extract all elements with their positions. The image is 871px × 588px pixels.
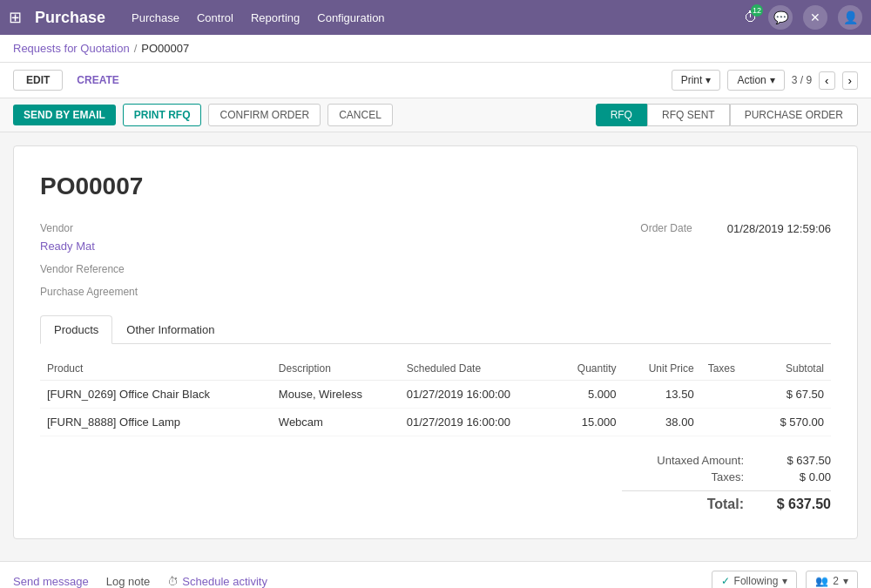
tab-rfq[interactable]: RFQ: [596, 104, 647, 126]
print-label: Print: [681, 74, 703, 86]
schedule-activity-link[interactable]: ⏱ Schedule activity: [167, 575, 267, 588]
cell-unit-price: 13.50: [624, 381, 701, 409]
col-description: Description: [272, 357, 400, 381]
tab-products[interactable]: Products: [40, 315, 112, 344]
cell-scheduled-date: 01/27/2019 16:00:00: [400, 381, 554, 409]
order-date-value: 01/28/2019 12:59:06: [727, 222, 831, 235]
nav-control[interactable]: Control: [197, 11, 233, 24]
order-date-field: Order Date 01/28/2019 12:59:06: [640, 222, 831, 298]
cell-quantity: 5.000: [554, 381, 624, 409]
send-by-email-button[interactable]: SEND BY EMAIL: [13, 105, 116, 125]
activity-icon[interactable]: ⏱ 12: [744, 10, 758, 25]
taxes-value: $ 0.00: [761, 470, 831, 483]
taxes-label: Taxes:: [622, 470, 744, 483]
pagination: 3 / 9 ‹ ›: [792, 71, 858, 90]
vendor-value[interactable]: Ready Mat: [40, 240, 138, 253]
vendor-label: Vendor: [40, 222, 138, 234]
clock-icon: ⏱: [167, 575, 179, 588]
product-tabs: Products Other Information: [40, 315, 831, 344]
breadcrumb-separator: /: [134, 42, 138, 55]
fields-row: Vendor Ready Mat Vendor Reference Purcha…: [40, 222, 831, 298]
col-scheduled-date: Scheduled Date: [400, 357, 554, 381]
col-unit-price: Unit Price: [624, 357, 701, 381]
cell-taxes: [701, 381, 755, 409]
col-quantity: Quantity: [554, 357, 624, 381]
chat-icon[interactable]: 💬: [768, 5, 793, 30]
cell-taxes: [701, 409, 755, 436]
following-button[interactable]: ✓ Following ▾: [712, 571, 798, 588]
vendor-reference-label: Vendor Reference: [40, 263, 138, 275]
user-avatar[interactable]: 👤: [838, 5, 862, 30]
prev-page-button[interactable]: ‹: [819, 71, 834, 90]
untaxed-label: Untaxed Amount:: [622, 454, 744, 467]
cell-description: Webcam: [272, 409, 400, 436]
confirm-order-button[interactable]: CONFIRM ORDER: [208, 104, 321, 126]
print-chevron-icon: ▾: [706, 74, 711, 86]
cell-product: [FURN_8888] Office Lamp: [40, 409, 272, 436]
main-content: PO00007 Vendor Ready Mat Vendor Referenc…: [0, 132, 871, 552]
product-table: Product Description Scheduled Date Quant…: [40, 357, 831, 436]
people-chevron-icon: ▾: [843, 575, 848, 587]
total-value: $ 637.50: [761, 497, 831, 512]
untaxed-amount-row: Untaxed Amount: $ 637.50: [622, 454, 831, 467]
cell-product: [FURN_0269] Office Chair Black: [40, 381, 272, 409]
create-button[interactable]: CREATE: [70, 71, 125, 90]
untaxed-value: $ 637.50: [761, 454, 831, 467]
schedule-activity-text[interactable]: Schedule activity: [182, 575, 267, 588]
cell-unit-price: 38.00: [624, 409, 701, 436]
people-button[interactable]: 👥 2 ▾: [806, 571, 858, 588]
cell-subtotal: $ 570.00: [755, 409, 831, 436]
tab-purchase-order[interactable]: PURCHASE ORDER: [730, 104, 858, 126]
footer-right: ✓ Following ▾ 👥 2 ▾: [712, 571, 858, 588]
status-bar: SEND BY EMAIL PRINT RFQ CONFIRM ORDER CA…: [0, 98, 871, 132]
col-subtotal: Subtotal: [755, 357, 831, 381]
tab-rfq-sent[interactable]: RFQ SENT: [647, 104, 730, 126]
col-product: Product: [40, 357, 272, 381]
taxes-row: Taxes: $ 0.00: [622, 470, 831, 483]
breadcrumb-current: PO00007: [141, 42, 189, 55]
status-tabs: RFQ RFQ SENT PURCHASE ORDER: [596, 104, 858, 126]
breadcrumb-parent[interactable]: Requests for Quotation: [13, 42, 130, 55]
app-grid-icon[interactable]: ⊞: [9, 8, 22, 27]
cell-quantity: 15.000: [554, 409, 624, 436]
nav-items: Purchase Control Reporting Configuration: [132, 11, 735, 24]
nav-purchase[interactable]: Purchase: [132, 11, 179, 24]
action-chevron-icon: ▾: [770, 74, 775, 86]
table-row[interactable]: [FURN_8888] Office Lamp Webcam 01/27/201…: [40, 409, 831, 436]
nav-configuration[interactable]: Configuration: [317, 11, 384, 24]
next-page-button[interactable]: ›: [842, 71, 858, 90]
close-icon[interactable]: ✕: [803, 5, 827, 30]
print-dropdown[interactable]: Print ▾: [672, 70, 721, 91]
vendor-field: Vendor Ready Mat Vendor Reference Purcha…: [40, 222, 138, 298]
cancel-button[interactable]: CANCEL: [327, 104, 393, 126]
pagination-text: 3 / 9: [792, 74, 812, 86]
action-label: Action: [737, 74, 766, 86]
tab-other-info[interactable]: Other Information: [112, 315, 228, 344]
people-icon: 👥: [815, 575, 828, 587]
footer: Send message Log note ⏱ Schedule activit…: [0, 561, 871, 588]
edit-button[interactable]: EDIT: [13, 70, 63, 91]
print-rfq-button[interactable]: PRINT RFQ: [123, 104, 202, 126]
top-navigation: ⊞ Purchase Purchase Control Reporting Co…: [0, 0, 871, 35]
totals-section: Untaxed Amount: $ 637.50 Taxes: $ 0.00 T…: [40, 454, 831, 512]
breadcrumb: Requests for Quotation / PO00007: [0, 35, 871, 63]
action-bar: EDIT CREATE Print ▾ Action ▾ 3 / 9 ‹ ›: [0, 63, 871, 98]
table-row[interactable]: [FURN_0269] Office Chair Black Mouse, Wi…: [40, 381, 831, 409]
people-count: 2: [833, 575, 839, 587]
purchase-agreement-label: Purchase Agreement: [40, 286, 138, 298]
document-number: PO00007: [40, 172, 831, 200]
nav-reporting[interactable]: Reporting: [251, 11, 300, 24]
app-name: Purchase: [35, 9, 105, 27]
total-label: Total:: [622, 497, 744, 512]
send-message-link[interactable]: Send message: [13, 575, 89, 588]
order-date-label: Order Date: [640, 222, 692, 235]
action-dropdown[interactable]: Action ▾: [727, 70, 784, 91]
document-card: PO00007 Vendor Ready Mat Vendor Referenc…: [13, 145, 858, 539]
cell-scheduled-date: 01/27/2019 16:00:00: [400, 409, 554, 436]
following-label: Following: [734, 575, 779, 587]
cell-description: Mouse, Wireless: [272, 381, 400, 409]
cell-subtotal: $ 67.50: [755, 381, 831, 409]
badge-count: 12: [751, 4, 763, 17]
log-note-link[interactable]: Log note: [106, 575, 151, 588]
nav-right: ⏱ 12 💬 ✕ 👤: [744, 5, 862, 30]
